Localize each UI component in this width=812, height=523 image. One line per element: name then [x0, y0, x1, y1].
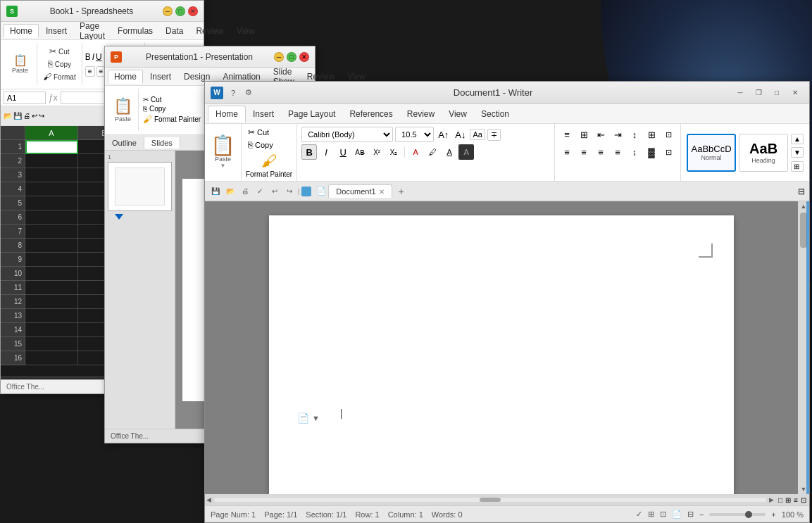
- cell-a12[interactable]: [25, 295, 78, 309]
- redo-btn[interactable]: ↪: [39, 112, 44, 120]
- increase-indent-button[interactable]: ⇥: [610, 127, 625, 142]
- view-mode-3[interactable]: ≡: [794, 496, 798, 504]
- track-changes-icon[interactable]: ⊡: [660, 510, 666, 519]
- tnav-save-btn[interactable]: 💾: [209, 185, 222, 198]
- writer-copy-button[interactable]: ⎘ Copy: [246, 139, 292, 151]
- pres-maximize-button[interactable]: □: [287, 52, 296, 62]
- undo-btn[interactable]: ↩: [32, 112, 37, 120]
- clear-format-button[interactable]: Aa: [470, 129, 485, 140]
- menu-formulas[interactable]: Formulas: [112, 25, 158, 37]
- writer-menu-home[interactable]: Home: [208, 106, 246, 122]
- font-shrink-button[interactable]: A↓: [453, 129, 468, 141]
- align-left-button[interactable]: ≡: [559, 144, 575, 160]
- shading-button[interactable]: ▓: [644, 144, 659, 160]
- open-folder-btn[interactable]: 📂: [4, 112, 12, 120]
- menu-pagelayout[interactable]: Page Layout: [74, 20, 111, 42]
- bullets-button[interactable]: ≡: [559, 127, 575, 142]
- bold-btn[interactable]: B: [85, 52, 91, 62]
- doc-template-btn[interactable]: 📄 ▼: [297, 412, 320, 424]
- writer-document-tab[interactable]: Document1 ✕: [328, 184, 392, 198]
- superscript-button[interactable]: X²: [369, 144, 385, 160]
- cell-a15[interactable]: [25, 337, 78, 351]
- pres-minimize-button[interactable]: ─: [274, 52, 284, 62]
- cell-a14[interactable]: [25, 323, 78, 337]
- cell-reference[interactable]: A1: [4, 92, 46, 104]
- hscroll-right-btn[interactable]: ▶: [768, 496, 775, 503]
- font-grow-button[interactable]: A↑: [436, 129, 451, 141]
- style-heading-box[interactable]: AaB Heading: [739, 134, 788, 172]
- print-btn[interactable]: 🖨: [23, 112, 30, 120]
- writer-fullscreen-button[interactable]: □: [768, 86, 785, 100]
- writer-paste-button[interactable]: 📋 Paste ▼: [205, 124, 242, 181]
- writer-menu-references[interactable]: References: [342, 106, 399, 122]
- writer-menu-review[interactable]: Review: [400, 106, 442, 122]
- strikethrough-button[interactable]: AB̶: [352, 144, 368, 160]
- pres-cut-button[interactable]: ✂ Cut: [143, 96, 201, 103]
- hscroll-left-btn[interactable]: ◀: [205, 496, 213, 503]
- zoom-plus[interactable]: +: [771, 510, 775, 519]
- menu-data[interactable]: Data: [160, 25, 189, 37]
- writer-menu-pagelayout[interactable]: Page Layout: [281, 106, 342, 122]
- decrease-indent-button[interactable]: ⇤: [593, 127, 608, 142]
- view-mode-4[interactable]: ⊡: [801, 496, 806, 504]
- view-mode-1[interactable]: □: [778, 496, 782, 504]
- writer-menu-section[interactable]: Section: [474, 106, 516, 122]
- pres-format-painter-button[interactable]: 🖌 Format Painter: [143, 114, 201, 125]
- add-tab-button[interactable]: +: [394, 184, 408, 199]
- tnav-redo-btn[interactable]: ↪: [283, 185, 296, 198]
- menu-view[interactable]: View: [231, 25, 261, 37]
- tnav-undo-btn[interactable]: ↩: [268, 185, 281, 198]
- cell-a7[interactable]: [25, 225, 78, 239]
- tnav-print-btn[interactable]: 🖨: [239, 185, 251, 198]
- view-options-btn[interactable]: ⊟: [798, 187, 805, 196]
- document-page[interactable]: 📄 ▼: [269, 215, 734, 494]
- writer-paste-dropdown[interactable]: ▼: [220, 163, 226, 169]
- numbering-button[interactable]: ⊞: [576, 127, 592, 142]
- pres-menu-insert[interactable]: Insert: [144, 70, 177, 83]
- macro-icon[interactable]: ⊟: [687, 510, 694, 519]
- document-scroll-area[interactable]: 📄 ▼: [205, 201, 798, 494]
- vertical-scrollbar[interactable]: ▲ ▼: [798, 201, 809, 494]
- font-size-select[interactable]: 10.5: [395, 127, 434, 142]
- bold-button[interactable]: B: [301, 144, 317, 160]
- copy-button[interactable]: ⎘ Copy: [45, 58, 74, 70]
- writer-minimize-button[interactable]: ─: [732, 86, 749, 100]
- underline-button[interactable]: U: [335, 144, 351, 160]
- line-spacing-button[interactable]: ↕: [627, 127, 642, 142]
- hscroll-thumb[interactable]: [480, 498, 501, 502]
- writer-menu-insert[interactable]: Insert: [246, 106, 281, 122]
- align-center-button[interactable]: ≡: [576, 144, 592, 160]
- tab-outline[interactable]: Outline: [105, 137, 144, 149]
- format-painter-button[interactable]: 🖌 Format: [40, 71, 79, 82]
- menu-review[interactable]: Review: [190, 25, 229, 37]
- spell-check-icon[interactable]: ✓: [636, 510, 642, 519]
- zoom-minus[interactable]: −: [699, 510, 704, 519]
- pres-paste-button[interactable]: 📋: [113, 97, 132, 115]
- para-spacing-button[interactable]: ↨: [627, 144, 642, 160]
- tnav-open-btn[interactable]: 📂: [224, 185, 237, 198]
- tab-slides[interactable]: Slides: [144, 137, 180, 149]
- writer-restore-button[interactable]: ❐: [750, 86, 767, 100]
- tab-close-btn[interactable]: ✕: [379, 188, 385, 196]
- cell-a10[interactable]: [25, 267, 78, 281]
- cell-a1[interactable]: [25, 140, 78, 154]
- justify-button[interactable]: ≡: [610, 144, 625, 160]
- menu-insert[interactable]: Insert: [40, 25, 73, 37]
- pres-close-button[interactable]: ✕: [299, 52, 309, 62]
- tnav-spell-btn[interactable]: ✓: [254, 185, 266, 198]
- underline-color-button[interactable]: A: [442, 144, 457, 160]
- styles-scroll-up[interactable]: ▲: [791, 134, 804, 144]
- writer-cut-button[interactable]: ✂ Cut: [246, 127, 292, 138]
- cell-a5[interactable]: [25, 196, 78, 210]
- font-name-select[interactable]: Calibri (Body): [301, 127, 393, 142]
- char-spacing-button[interactable]: ∓: [487, 129, 501, 141]
- style-normal-box[interactable]: AaBbCcD Normal: [687, 134, 736, 172]
- cell-a11[interactable]: [25, 281, 78, 295]
- writer-format-painter-button[interactable]: 🖌 Format Painter: [246, 152, 292, 178]
- titlebar-gear-icon[interactable]: ⚙: [243, 87, 254, 99]
- text-bg-button[interactable]: A: [458, 144, 474, 160]
- align-left-btn[interactable]: ≡: [85, 66, 95, 77]
- maximize-button[interactable]: □: [175, 6, 185, 16]
- close-button[interactable]: ✕: [188, 6, 198, 16]
- titlebar-help-icon[interactable]: ?: [227, 87, 239, 99]
